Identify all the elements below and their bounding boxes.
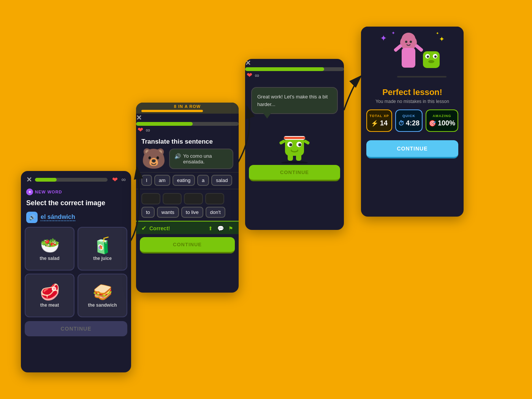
svg-point-18: [410, 41, 412, 43]
share-icon[interactable]: ⬆: [208, 225, 213, 231]
amazing-value: 🎯 100%: [429, 119, 455, 127]
firework-dot-1: ✦: [391, 30, 395, 36]
close-button-3[interactable]: ✕: [245, 59, 251, 67]
quick-icon: ⏱: [398, 120, 404, 127]
xp-label: TOTAL XP: [369, 114, 389, 118]
chip-dont[interactable]: don't: [206, 207, 225, 218]
svg-point-5: [289, 143, 292, 146]
image-cell-salad[interactable]: 🥗 the salad: [25, 227, 74, 271]
correct-bar: ✔ Correct! ⬆ 💬 ⚑: [136, 221, 239, 234]
image-cell-meat[interactable]: 🥩 the meat: [25, 274, 74, 317]
continue-button-2[interactable]: CONTINUE: [140, 237, 235, 253]
svg-point-13: [281, 161, 308, 163]
svg-rect-19: [402, 48, 415, 68]
blank-3: [184, 193, 203, 204]
top-bar-2: ✕ ❤ ∞: [136, 114, 239, 134]
infinity-icon-3: ∞: [255, 72, 259, 79]
answer-chip-am: am: [154, 175, 170, 186]
card-translate: 8 IN A ROW ✕ ❤ ∞ Translate this sentence…: [136, 103, 239, 293]
continue-button-1[interactable]: CONTINUE: [25, 321, 127, 336]
close-button-2[interactable]: ✕: [136, 114, 142, 122]
xp-value: ⚡ 14: [369, 119, 389, 127]
continue-button-4[interactable]: CONTINUE: [366, 140, 458, 158]
sandwich-emoji: 🥪: [93, 284, 112, 300]
correct-label: Correct!: [149, 225, 170, 231]
top-bar-1: ✕ ❤ ∞: [21, 171, 131, 187]
answer-chip-i: I: [141, 175, 152, 186]
salad-label: the salad: [40, 256, 59, 261]
svg-point-25: [427, 55, 429, 58]
juice-emoji: 🧃: [93, 238, 112, 253]
meat-label: the meat: [40, 302, 59, 308]
answer-chip-salad: salad: [211, 175, 232, 186]
image-cell-juice[interactable]: 🧃 the juice: [78, 227, 127, 271]
chip-to[interactable]: to: [141, 207, 155, 218]
heart-icon-3: ❤: [247, 71, 252, 79]
answer-boxes: I am eating a salad: [136, 172, 239, 187]
firework-dot-2: ✦: [436, 31, 439, 35]
stats-row: TOTAL XP ⚡ 14 QUICK ⏱ 4:28 AMAZING 🎯 100…: [361, 109, 464, 137]
image-cell-sandwich[interactable]: 🥪 the sandwich: [78, 274, 127, 317]
svg-rect-21: [415, 44, 424, 52]
answer-chip-a: a: [197, 175, 209, 186]
bear-speech-area: 🐻 🔊 Yo como una ensalada.: [136, 149, 239, 172]
chip-wants[interactable]: wants: [157, 207, 179, 218]
svg-rect-28: [397, 76, 446, 78]
new-word-badge: ✦ NEW WORD: [21, 187, 131, 197]
word-prompt: 🔊 el sándwich: [21, 210, 131, 227]
close-button-1[interactable]: ✕: [26, 176, 32, 184]
perfect-title: Perfect lesson!: [361, 87, 464, 97]
speaker-button-1[interactable]: 🔊: [26, 212, 38, 223]
stat-amazing: AMAZING 🎯 100%: [426, 109, 458, 132]
answer-chip-eating: eating: [173, 175, 195, 186]
juice-label: the juice: [93, 256, 112, 261]
meat-emoji: 🥩: [40, 284, 60, 300]
perfect-subtitle: You made no mistakes in this lesson: [361, 99, 464, 104]
badge-circle: ✦: [26, 188, 33, 195]
speaker-icon-2[interactable]: 🔊: [174, 153, 181, 159]
quick-time: 4:28: [406, 119, 420, 127]
image-grid: 🥗 the salad 🧃 the juice 🥩 the meat 🥪 the…: [21, 227, 131, 317]
firework-left: ✦: [380, 33, 387, 43]
progress-fill-3: [245, 67, 324, 71]
svg-rect-10: [303, 139, 310, 145]
top-bar-3: ✕ ❤ ∞: [245, 59, 344, 79]
mascot-svg: [272, 125, 317, 163]
chip-tolive[interactable]: to live: [181, 207, 203, 218]
svg-point-8: [291, 148, 298, 151]
blank-2: [163, 193, 182, 204]
svg-rect-2: [284, 137, 305, 139]
correct-check-icon: ✔: [141, 225, 146, 232]
bear-emoji: 🐻: [141, 149, 166, 168]
mascot-area: [245, 125, 344, 165]
continue-button-3[interactable]: CONTINUE: [249, 165, 340, 181]
firework-right: ✦: [439, 35, 445, 43]
heart-icon-2: ❤: [138, 126, 143, 134]
comment-icon[interactable]: 💬: [217, 225, 224, 231]
word-chips: to wants to live don't: [136, 191, 239, 221]
streak-badge: 8 IN A ROW: [136, 103, 239, 114]
svg-point-27: [428, 60, 434, 63]
celebration-area: ✦ ✦ ✦ ✦: [361, 27, 464, 84]
svg-rect-20: [393, 44, 402, 52]
progress-track-3: [245, 67, 344, 71]
infinity-icon-2: ∞: [146, 127, 150, 133]
streak-bar: [141, 110, 203, 112]
speech-text-2: Yo como una ensalada.: [183, 153, 228, 165]
card2-title: Translate this sentence: [136, 134, 239, 149]
new-word-label: NEW WORD: [35, 190, 62, 194]
flag-icon[interactable]: ⚑: [228, 225, 233, 231]
svg-point-16: [402, 33, 415, 45]
progress-track-1: [35, 178, 108, 182]
great-work-speech: Great work! Let's make this a bit harder…: [251, 87, 338, 114]
celebration-svg: [378, 30, 446, 80]
speech-bubble-2: 🔊 Yo como una ensalada.: [169, 149, 233, 169]
svg-rect-12: [296, 154, 301, 161]
blank-4: [205, 193, 224, 204]
word-spanish: el sándwich: [41, 214, 75, 221]
quick-label: QUICK: [398, 114, 420, 118]
amazing-icon: 🎯: [429, 120, 436, 127]
quick-value: ⏱ 4:28: [398, 119, 420, 127]
sandwich-label: the sandwich: [88, 302, 117, 308]
card-great-work: ✕ ❤ ∞ Great work! Let's make this a bit …: [245, 59, 344, 230]
